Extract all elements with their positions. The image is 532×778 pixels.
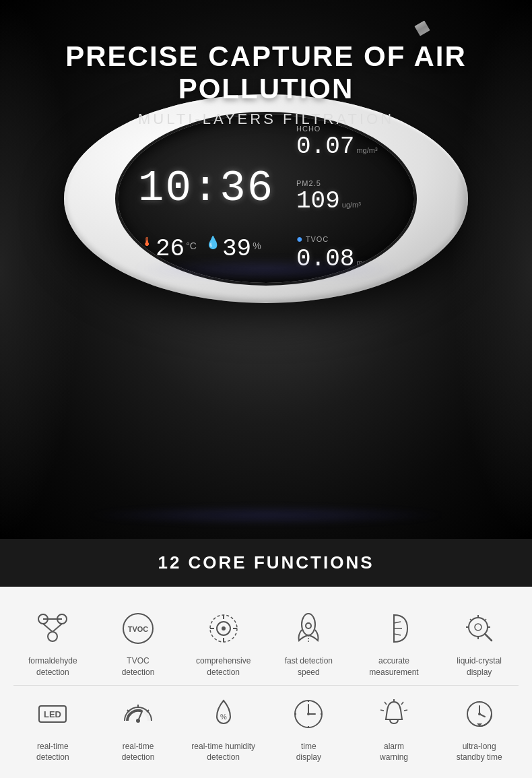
screen-right-panel: HCHO 0.07 mg/m³ PM2.5 109 ug/m³ [293, 115, 414, 283]
svg-line-50 [380, 710, 384, 711]
tvoc-label-icon: TVOCdetection [122, 655, 155, 678]
svg-point-34 [136, 719, 140, 723]
realtime-detection-item: real-timedetection [99, 692, 178, 764]
svg-text:LED: LED [44, 709, 61, 719]
accurate-measurement-item: accuratemeasurement [355, 607, 434, 678]
standby-time-icon [458, 692, 501, 736]
fast-detection-speed-icon [287, 607, 330, 650]
svg-line-4 [53, 624, 62, 632]
hcho-unit: mg/m³ [356, 146, 377, 154]
humidity-label: real-time humiditydetection [191, 741, 255, 764]
svg-point-42 [307, 713, 310, 715]
realtime-detection-icon [117, 692, 160, 736]
comprehensive-detection-item: comprehensivedetection [184, 607, 263, 678]
temperature-unit: °C [186, 240, 197, 251]
svg-point-55 [478, 713, 481, 715]
comprehensive-detection-icon [202, 607, 245, 650]
svg-line-19 [394, 622, 401, 623]
pm25-label: PM2.5 [296, 179, 404, 187]
main-title: PRECISE CAPTURE OF AIR POLLUTION [0, 40, 532, 105]
liquid-crystal-item: liquid-crystaldisplay [440, 607, 519, 678]
fast-detection-label: fast detectionspeed [285, 655, 333, 678]
led-detection-item: LED real-timedetection [13, 692, 92, 764]
formaldehyde-detection-icon [31, 607, 74, 650]
hero-title-block: PRECISE CAPTURE OF AIR POLLUTION MULTI-L… [0, 40, 532, 128]
icons-section: formaldehydedetection TVOC TVOCdetection [0, 587, 532, 778]
formaldehyde-detection-item: formaldehydedetection [13, 607, 92, 678]
temperature-reading: 🌡 26 °C [141, 235, 197, 263]
led-detection-label: real-timedetection [36, 741, 69, 764]
tvoc-dot-icon: ● [296, 233, 303, 245]
liquid-crystal-label: liquid-crystaldisplay [457, 655, 502, 678]
svg-point-16 [306, 623, 311, 628]
svg-line-3 [43, 624, 53, 632]
alarm-warning-item: alarmwarning [355, 692, 434, 764]
svg-line-51 [404, 710, 407, 711]
tvoc-label: TVOC [306, 235, 329, 243]
time-display-value: 10:36 [138, 164, 293, 213]
pm25-block: PM2.5 109 ug/m³ [296, 179, 404, 215]
accurate-measurement-icon [372, 607, 415, 650]
svg-line-23 [485, 634, 492, 641]
functions-section: 12 CORE FUNCTIONS [0, 539, 532, 587]
sub-title: MULTI-LAYERS FILTRATION [0, 110, 532, 128]
pm-label: PM [141, 135, 293, 145]
svg-text:TVOC: TVOC [128, 625, 149, 633]
humidity-reading: 💧 39 % [205, 235, 261, 263]
humidity-value: 39 [222, 235, 251, 263]
standby-time-item: ultra-longstandby time [440, 692, 519, 764]
humidity-detection-icon: % [202, 692, 245, 736]
svg-line-21 [394, 634, 401, 635]
svg-point-30 [475, 624, 481, 630]
fast-detection-item: fast detectionspeed [269, 607, 348, 678]
time-display-icon [287, 692, 330, 736]
svg-line-48 [385, 702, 387, 705]
screen-content: PM 10:36 🌡 26 °C 💧 39 % [118, 115, 414, 283]
formaldehyde-label: formaldehydedetection [28, 655, 77, 678]
thermometer-icon: 🌡 [141, 235, 154, 249]
icons-grid-row1: formaldehydedetection TVOC TVOCdetection [13, 607, 519, 678]
realtime-detection-label: real-timedetection [122, 741, 155, 764]
hcho-value: 0.07 [296, 133, 354, 160]
pm25-unit: ug/m³ [342, 201, 361, 209]
svg-point-15 [302, 614, 315, 635]
icons-grid-row2: LED real-timedetection real-timedete [13, 692, 519, 764]
led-detection-icon: LED [31, 692, 74, 736]
hcho-block: HCHO 0.07 mg/m³ [296, 125, 404, 160]
device-screen: PM 10:36 🌡 26 °C 💧 39 % [118, 115, 414, 283]
hero-section: PRECISE CAPTURE OF AIR POLLUTION MULTI-L… [0, 0, 532, 539]
tvoc-detection-item: TVOC TVOCdetection [99, 607, 178, 678]
standby-time-label: ultra-longstandby time [457, 741, 502, 764]
tvoc-detection-icon: TVOC [117, 607, 160, 650]
svg-point-14 [222, 626, 226, 630]
humidity-unit: % [253, 240, 261, 251]
liquid-crystal-display-icon [458, 607, 501, 650]
time-display-label: timedisplay [296, 741, 321, 764]
svg-point-2 [48, 632, 57, 641]
temperature-value: 26 [156, 235, 185, 263]
alarm-warning-icon [372, 692, 415, 736]
svg-line-49 [401, 702, 403, 705]
grid-divider [13, 685, 519, 686]
functions-title: 12 CORE FUNCTIONS [158, 552, 374, 573]
humidity-detection-item: % real-time humiditydetection [184, 692, 263, 764]
svg-text:%: % [220, 713, 227, 721]
device-glow [131, 263, 401, 276]
screen-left-panel: PM 10:36 🌡 26 °C 💧 39 % [118, 115, 293, 283]
ground-shadow [81, 505, 451, 525]
humidity-icon: 💧 [205, 235, 220, 250]
alarm-warning-label: alarmwarning [380, 741, 408, 764]
time-display-item: timedisplay [269, 692, 348, 764]
pm25-value: 109 [296, 187, 340, 215]
comprehensive-label: comprehensivedetection [196, 655, 251, 678]
bottom-readings: 🌡 26 °C 💧 39 % [138, 235, 293, 263]
accurate-measurement-label: accuratemeasurement [369, 655, 418, 678]
